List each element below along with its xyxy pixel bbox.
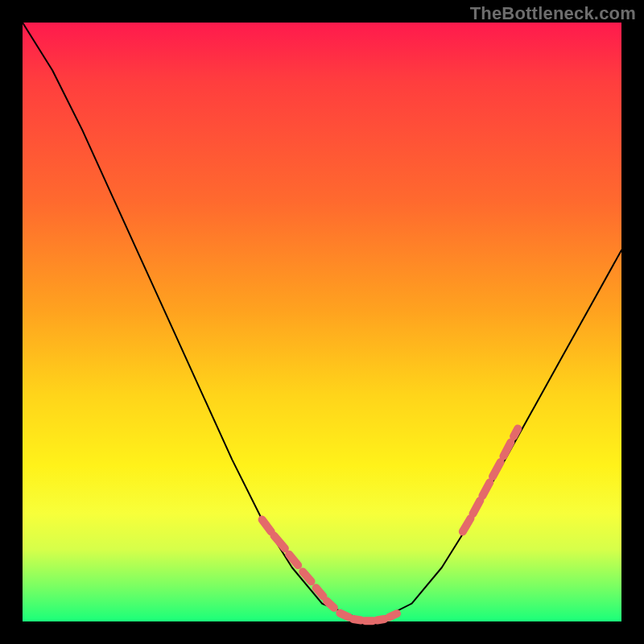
svg-line-11	[463, 518, 471, 531]
svg-line-0	[262, 520, 271, 532]
svg-line-9	[377, 619, 384, 621]
chart-frame: TheBottleneck.com	[0, 0, 644, 644]
svg-line-16	[514, 428, 518, 436]
svg-line-6	[340, 613, 349, 617]
svg-line-7	[353, 619, 361, 621]
svg-line-5	[327, 601, 334, 608]
svg-line-4	[316, 588, 324, 597]
watermark-text: TheBottleneck.com	[470, 3, 636, 24]
chart-svg	[23, 23, 621, 621]
svg-line-3	[303, 572, 311, 581]
plot-area	[23, 23, 621, 621]
svg-line-15	[503, 443, 510, 456]
svg-line-13	[482, 482, 489, 495]
svg-line-12	[473, 501, 481, 514]
svg-line-10	[389, 613, 397, 617]
svg-line-1	[275, 536, 285, 549]
svg-line-14	[493, 462, 501, 477]
bottleneck-curve	[23, 23, 621, 621]
highlight-markers	[262, 428, 518, 621]
